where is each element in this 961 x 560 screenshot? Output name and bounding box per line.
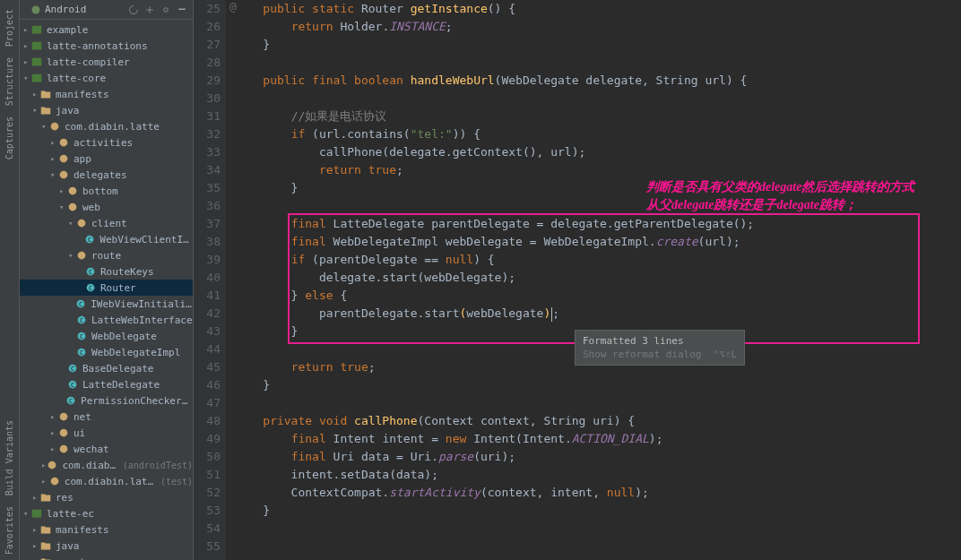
tree-item-manifests[interactable]: ▸manifests (20, 86, 193, 102)
tree-item-webviewclientimpl[interactable]: CWebViewClientImpl (20, 231, 193, 247)
tree-item-basedelegate[interactable]: CBaseDelegate (20, 360, 193, 376)
tree-item-route[interactable]: ▾route (20, 247, 193, 263)
code-line-32[interactable]: if (url.contains("tel:")) { (235, 125, 961, 143)
svg-point-10 (60, 171, 68, 179)
svg-point-1 (164, 7, 169, 12)
code-line-54[interactable] (235, 520, 961, 538)
hint-line-1: Formatted 3 lines (583, 334, 737, 348)
tree-item-web[interactable]: ▾web (20, 199, 193, 215)
svg-point-38 (48, 461, 56, 470)
code-line-28[interactable] (235, 54, 961, 72)
svg-point-11 (69, 187, 77, 195)
hint-shortcut: ⌃⌥⇧L (714, 349, 738, 360)
code-line-41[interactable]: } else { (235, 287, 961, 305)
build-variants-tab[interactable]: Build Variants (3, 415, 16, 501)
tree-item-router[interactable]: CRouter (20, 280, 193, 296)
tree-item-ui[interactable]: ▸ui (20, 425, 193, 441)
captures-tab[interactable]: Captures (3, 111, 16, 165)
code-line-50[interactable]: final Uri data = Uri.parse(uri); (235, 448, 961, 466)
code-line-42[interactable]: parentDelegate.start(webDelegate); (235, 305, 961, 323)
tree-item-activities[interactable]: ▸activities (20, 134, 193, 151)
svg-point-8 (60, 139, 68, 147)
tree-item-com-diabin-latte[interactable]: ▾com.diabin.latte (20, 118, 193, 134)
code-line-26[interactable]: return Holder.INSTANCE; (235, 18, 961, 36)
tree-item-net[interactable]: ▸net (20, 409, 193, 425)
tree-item-latte-ec[interactable]: ▾latte-ec (20, 505, 193, 521)
favorites-tab[interactable]: Favorites (3, 501, 16, 560)
tree-item-latte-compiler[interactable]: ▸latte-compiler (20, 54, 193, 70)
tree-item-lattewebinterface[interactable]: CLatteWebInterface (20, 312, 193, 328)
tree-item-delegates[interactable]: ▾delegates (20, 167, 193, 183)
sync-icon[interactable] (128, 4, 139, 15)
svg-point-0 (32, 5, 40, 13)
svg-point-35 (60, 413, 68, 421)
code-line-38[interactable]: final WebDelegateImpl webDelegate = WebD… (235, 233, 961, 251)
gutter-at-icon: @ (229, 0, 237, 13)
svg-rect-6 (32, 74, 42, 82)
tree-item-permissioncheckerdelegate[interactable]: CPermissionCheckerDelegate (20, 392, 193, 409)
tree-item-java[interactable]: ▾java (20, 102, 193, 118)
code-line-34[interactable]: return true; (235, 161, 961, 179)
svg-text:C: C (71, 366, 74, 373)
tree-item-client[interactable]: ▾client (20, 215, 193, 231)
code-line-25[interactable]: public static Router getInstance() { (235, 0, 961, 18)
tree-item-wechat[interactable]: ▸wechat (20, 441, 193, 457)
hint-line-2[interactable]: Show reformat dialog (583, 349, 701, 360)
tree-item-manifests[interactable]: ▸manifests (20, 521, 193, 538)
tree-item-bottom[interactable]: ▸bottom (20, 183, 193, 199)
tree-item-com-diabin-latte[interactable]: ▸com.diabin.latte(androidTest) (20, 457, 193, 473)
code-line-52[interactable]: ContextCompat.startActivity(context, int… (235, 484, 961, 502)
tree-item-iwebviewinitializer[interactable]: CIWebViewInitializer (20, 296, 193, 312)
svg-point-39 (50, 478, 58, 486)
code-line-39[interactable]: if (parentDelegate == null) { (235, 251, 961, 269)
tree-item-lattedelegate[interactable]: CLatteDelegate (20, 376, 193, 392)
gear-icon[interactable] (160, 4, 171, 15)
left-tool-gutter: Project Structure Captures Build Variant… (0, 0, 20, 560)
collapse-icon[interactable] (144, 4, 155, 15)
tree-item-latte-annotations[interactable]: ▸latte-annotations (20, 38, 193, 54)
line-number-gutter: 2526272829303132333435363738394041424344… (194, 0, 226, 560)
code-line-49[interactable]: final Intent intent = new Intent(Intent.… (235, 430, 961, 448)
code-editor[interactable]: 2526272829303132333435363738394041424344… (194, 0, 961, 560)
code-line-53[interactable]: } (235, 502, 961, 520)
tree-item-example[interactable]: ▸example (20, 22, 193, 38)
svg-text:C: C (88, 237, 91, 244)
svg-text:C: C (71, 382, 74, 389)
project-tree[interactable]: ▸example▸latte-annotations▸latte-compile… (20, 20, 193, 560)
tree-item-app[interactable]: ▸app (20, 151, 193, 167)
code-line-47[interactable] (235, 394, 961, 412)
code-line-51[interactable]: intent.setData(data); (235, 466, 961, 484)
code-line-27[interactable]: } (235, 36, 961, 54)
svg-rect-4 (32, 42, 42, 50)
code-line-48[interactable]: private void callPhone(Context context, … (235, 412, 961, 430)
tree-item-java[interactable]: ▸java (20, 538, 193, 554)
code-line-37[interactable]: final LatteDelegate parentDelegate = del… (235, 215, 961, 233)
code-line-46[interactable]: } (235, 376, 961, 394)
project-tab[interactable]: Project (3, 4, 16, 52)
tree-item-res[interactable]: ▸res (20, 489, 193, 505)
code-line-33[interactable]: callPhone(delegate.getContext(), url); (235, 143, 961, 161)
tree-item-latte-core[interactable]: ▾latte-core (20, 70, 193, 86)
reformat-hint-popup[interactable]: Formatted 3 lines Show reformat dialog ⌃… (575, 330, 745, 366)
code-line-30[interactable] (235, 90, 961, 108)
android-icon (30, 4, 41, 15)
code-area[interactable]: @ public static Router getInstance() { r… (226, 0, 961, 560)
tree-item-assets[interactable]: ▸assets (20, 554, 193, 560)
svg-text:C: C (80, 333, 83, 340)
annotation-line-1: 判断是否具有父类的delegate然后选择跳转的方式 (646, 179, 914, 195)
svg-point-36 (60, 429, 68, 437)
structure-tab[interactable]: Structure (3, 52, 16, 111)
code-line-55[interactable] (235, 538, 961, 556)
hide-icon[interactable] (177, 4, 187, 15)
panel-title: Android (45, 4, 86, 15)
svg-text:C: C (80, 349, 83, 357)
code-line-40[interactable]: delegate.start(webDelegate); (235, 269, 961, 287)
tree-item-webdelegate[interactable]: CWebDelegate (20, 328, 193, 344)
tree-item-webdelegateimpl[interactable]: CWebDelegateImpl (20, 344, 193, 360)
tree-item-routekeys[interactable]: CRouteKeys (20, 263, 193, 280)
svg-rect-40 (32, 510, 42, 518)
tree-item-com-diabin-latte[interactable]: ▸com.diabin.latte(test) (20, 473, 193, 489)
code-line-31[interactable]: //如果是电话协议 (235, 108, 961, 125)
code-line-29[interactable]: public final boolean handleWebUrl(WebDel… (235, 72, 961, 90)
svg-text:C: C (79, 301, 82, 308)
